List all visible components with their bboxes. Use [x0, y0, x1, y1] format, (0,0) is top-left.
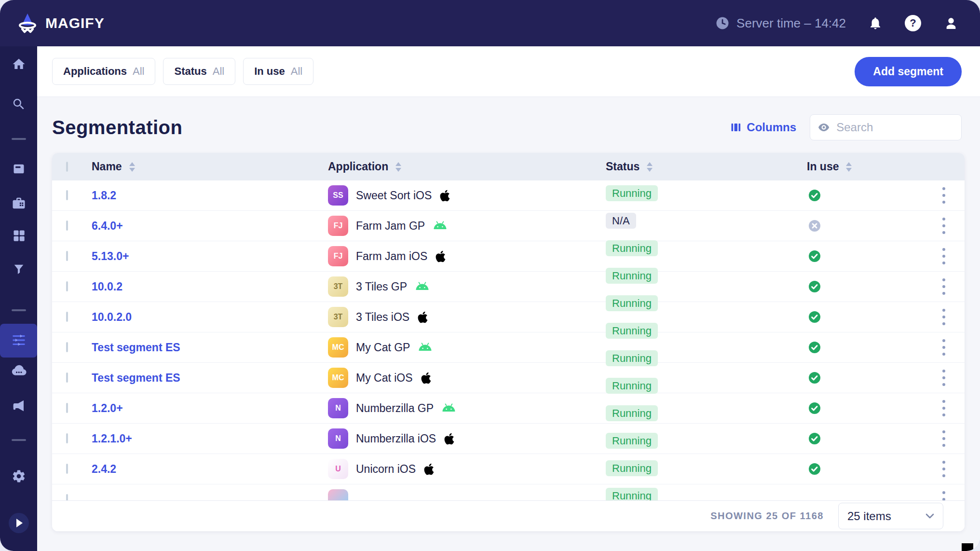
table-row: 6.4.0+ FJ Farm Jam GP	[52, 211, 965, 241]
segment-name-link[interactable]: 1.2.1.0+	[92, 432, 132, 445]
row-checkbox[interactable]	[66, 342, 68, 352]
row-checkbox[interactable]	[66, 494, 68, 500]
row-checkbox[interactable]	[66, 433, 68, 443]
filter-chip-in-use[interactable]: In useAll	[243, 58, 313, 85]
sidebar-collapse-button[interactable]	[0, 512, 37, 534]
column-header-name[interactable]: Name	[92, 160, 328, 173]
app-icon: SS	[328, 185, 348, 206]
sidebar-item-pages[interactable]	[0, 162, 37, 176]
row-menu-icon[interactable]	[941, 489, 946, 500]
main-content: ApplicationsAllStatusAllIn useAll Add se…	[37, 46, 980, 551]
segment-name-link[interactable]: 6.4.0+	[92, 220, 123, 232]
segment-name-link[interactable]: Test segment ES	[92, 341, 180, 354]
columns-icon	[730, 122, 742, 133]
row-checkbox[interactable]	[66, 281, 68, 291]
row-checkbox[interactable]	[66, 251, 68, 261]
row-menu-icon[interactable]	[941, 337, 946, 358]
sidebar-item-settings[interactable]	[0, 469, 37, 483]
brand-name: MAGIFY	[45, 15, 105, 31]
magify-logo-icon	[16, 13, 39, 34]
row-menu-icon[interactable]	[941, 216, 946, 236]
sidebar-item-filters[interactable]	[0, 262, 37, 276]
filter-chip-applications[interactable]: ApplicationsAll	[52, 58, 155, 85]
top-bar: MAGIFY Server time – 14:42 ?	[0, 0, 980, 46]
cloud-icon	[11, 364, 27, 376]
sidebar-item-dashboard[interactable]	[0, 229, 37, 242]
user-profile-icon[interactable]	[943, 15, 959, 31]
row-checkbox[interactable]	[66, 220, 68, 231]
filter-value: All	[213, 65, 224, 78]
app-icon: 3T	[328, 307, 348, 327]
row-menu-icon[interactable]	[941, 428, 946, 449]
table-header: Name Application Status In use	[52, 153, 965, 180]
row-menu-icon[interactable]	[941, 368, 946, 388]
table-row: 10.0.2 3T 3 Tiles GP	[52, 272, 965, 302]
row-menu-icon[interactable]	[941, 276, 946, 297]
app-name: Sweet Sort iOS	[356, 189, 432, 202]
column-header-application[interactable]: Application	[328, 160, 606, 173]
apple-icon	[444, 432, 455, 445]
row-menu-icon[interactable]	[941, 459, 946, 479]
column-header-in-use[interactable]: In use	[776, 160, 855, 173]
apple-icon	[423, 463, 435, 476]
in-use-check-icon	[808, 341, 821, 354]
table-row: 1.2.1.0+ N Numberzilla iOS	[52, 424, 965, 454]
sidebar-item-search[interactable]	[0, 97, 37, 111]
row-menu-icon[interactable]	[941, 246, 946, 266]
filter-value: All	[133, 65, 144, 78]
row-checkbox[interactable]	[66, 464, 68, 474]
row-menu-icon[interactable]	[941, 307, 946, 327]
showing-count: SHOWING 25 OF 1168	[710, 510, 824, 522]
search-input[interactable]	[836, 121, 953, 134]
sidebar-item-cloud[interactable]	[0, 364, 37, 376]
filter-value: All	[291, 65, 302, 78]
sort-icon	[646, 162, 653, 172]
columns-button[interactable]: Columns	[730, 121, 796, 134]
row-checkbox[interactable]	[66, 372, 68, 383]
app-name: 3 Tiles iOS	[356, 311, 409, 324]
help-glyph: ?	[910, 17, 916, 29]
in-use-check-icon	[808, 402, 821, 414]
filter-chip-status[interactable]: StatusAll	[163, 58, 235, 85]
app-name: My Cat iOS	[356, 372, 413, 385]
help-icon[interactable]: ?	[905, 15, 921, 31]
in-use-check-icon	[808, 280, 821, 293]
gear-icon	[12, 469, 26, 483]
row-checkbox[interactable]	[66, 312, 68, 322]
segment-name-link[interactable]: 2.4.2	[92, 463, 116, 475]
columns-label: Columns	[747, 121, 796, 134]
segment-name-link[interactable]: 1.2.0+	[92, 402, 123, 414]
row-checkbox[interactable]	[66, 403, 68, 413]
segment-name-link[interactable]: 10.0.2.0	[92, 311, 132, 323]
clock-icon	[715, 16, 730, 30]
apple-icon	[417, 311, 428, 324]
table-body: 1.8.2 SS Sweet Sort iOS	[52, 180, 965, 500]
sidebar-divider	[12, 439, 26, 441]
sidebar-item-segmentation[interactable]	[0, 332, 37, 348]
app-name: 3 Tiles GP	[356, 280, 407, 293]
table-row: 1.8.2 SS Sweet Sort iOS	[52, 180, 965, 211]
sidebar-item-campaigns[interactable]	[0, 399, 37, 413]
app-name: Unicorn iOS	[356, 463, 416, 476]
add-segment-button[interactable]: Add segment	[855, 57, 962, 86]
search-box[interactable]	[810, 114, 962, 140]
select-all-checkbox[interactable]	[66, 162, 68, 172]
notifications-bell-icon[interactable]	[868, 15, 883, 31]
table-row: Test segment ES MC My Cat iOS	[52, 363, 965, 393]
apple-icon	[435, 250, 446, 263]
segment-name-link[interactable]: 5.13.0+	[92, 250, 129, 262]
segment-name-link[interactable]: 10.0.2	[92, 280, 122, 293]
row-menu-icon[interactable]	[941, 398, 946, 418]
app-name: Numberzilla iOS	[356, 432, 436, 445]
sort-icon	[129, 162, 136, 172]
android-icon	[433, 221, 448, 231]
column-header-status[interactable]: Status	[606, 160, 776, 173]
segment-name-link[interactable]: 1.8.2	[92, 189, 116, 202]
row-checkbox[interactable]	[66, 190, 68, 200]
sidebar-item-apps[interactable]	[0, 196, 37, 210]
page-size-select[interactable]: 25 items	[838, 503, 943, 529]
segment-name-link[interactable]: Test segment ES	[92, 372, 180, 384]
sidebar-item-home[interactable]	[0, 57, 37, 71]
row-menu-icon[interactable]	[941, 185, 946, 206]
app-icon: MC	[328, 368, 348, 388]
